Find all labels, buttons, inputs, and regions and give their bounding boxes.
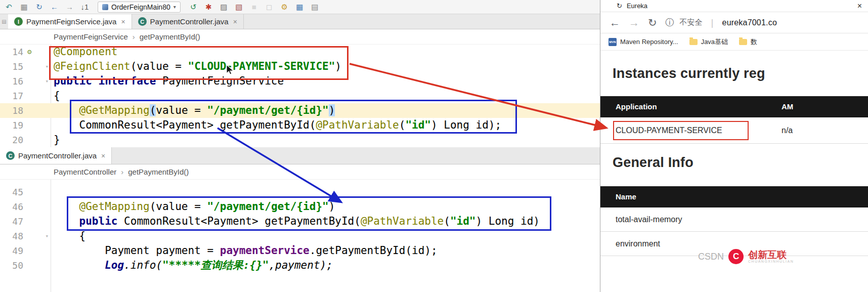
security-label: 不安全 (680, 18, 703, 27)
fold-icon[interactable]: ▾ (23, 59, 51, 74)
info-name: environment (616, 239, 660, 248)
tab-payment-controller[interactable]: C PaymentController.java × (132, 14, 244, 29)
info-name: total-avail-memory (616, 215, 682, 224)
rerun-icon[interactable]: ↺ (187, 1, 200, 14)
code-text: { (51, 89, 60, 103)
forward-icon[interactable]: → (629, 17, 639, 29)
fold-icon[interactable]: ▾ (23, 229, 51, 243)
browser-window: ↻ Eureka × ← → ↻ ⓘ 不安全 | eureka7001.co M… (600, 0, 868, 292)
site-info-icon[interactable]: ⓘ (666, 17, 674, 28)
editor-tab-bar-2: C PaymentController.java × (0, 147, 600, 164)
tab-payment-controller-split[interactable]: C PaymentController.java × (0, 147, 112, 164)
line-number: 50 (0, 258, 23, 273)
editor-payment-feign-service[interactable]: 14⚙@Component15▾@FeignClient(value = "CL… (0, 45, 600, 147)
bookmark-label: Maven Repository... (620, 38, 678, 46)
reload-icon[interactable]: ↻ (648, 17, 657, 29)
code-text: @FeignClient(value = "CLOUD-PAYMENT-SERV… (51, 59, 341, 74)
line-number: 47 (0, 214, 23, 229)
bookmark-label: Java基础 (701, 37, 728, 47)
browser-nav-bar: ← → ↻ ⓘ 不安全 | eureka7001.co (600, 12, 868, 33)
build-icon[interactable]: ⚙ (278, 1, 291, 14)
line-number: 20 (0, 133, 23, 147)
services-icon[interactable]: ▦ (293, 1, 307, 14)
code-line-18[interactable]: 18 @GetMapping(value = "/payment/get/{id… (0, 103, 600, 118)
line-number: 45 (0, 185, 23, 199)
debug-icon[interactable]: ✱ (202, 1, 215, 14)
back-icon[interactable]: ← (610, 17, 620, 29)
browser-tab-title[interactable]: Eureka (627, 2, 647, 10)
fold-icon[interactable]: ▾ (23, 74, 51, 89)
close-icon[interactable]: × (101, 152, 105, 160)
tab-payment-feign-service[interactable]: I PaymentFeignService.java × (8, 14, 132, 29)
code-line-50[interactable]: 50 Log.info("*****查询结果:{}",payment); (0, 258, 600, 273)
code-text: } (51, 133, 60, 147)
tool-window-stripe-icon[interactable]: ▤ (0, 14, 8, 29)
forward-icon[interactable]: → (63, 1, 76, 14)
undo-icon[interactable]: ↶ (2, 1, 16, 14)
code-line-19[interactable]: 19 CommonResult<Payment> getPaymentById(… (0, 118, 600, 133)
address-bar-url[interactable]: eureka7001.co (722, 18, 777, 27)
code-line-15[interactable]: 15▾@FeignClient(value = "CLOUD-PAYMENT-S… (0, 59, 600, 74)
back-icon[interactable]: ← (48, 1, 61, 14)
structure-icon[interactable]: ▤ (308, 1, 322, 14)
coverage-icon[interactable]: ▨ (217, 1, 231, 14)
instances-heading: Instances currently reg (613, 66, 765, 81)
column-application: Application (616, 102, 657, 111)
eureka-favicon-icon: ↻ (617, 2, 622, 10)
class-icon: C (6, 151, 15, 160)
bookmark-item[interactable]: 数 (739, 37, 757, 47)
breadcrumb-item-method[interactable]: getPaymentById() (140, 32, 200, 41)
gutter-gear-icon[interactable]: ⚙ (23, 45, 51, 59)
breadcrumb: PaymentFeignService › getPaymentById() (0, 29, 600, 45)
screen: ↶▦↻←→↓1 OrderFeignMain80 ▾ ↺✱▨▧■◻⚙▦▤ ▤ I… (0, 0, 868, 292)
tab-label: PaymentController.java (18, 151, 97, 160)
line-number: 14 (0, 45, 23, 59)
application-name[interactable]: CLOUD-PAYMENT-SERVICE (616, 126, 722, 135)
bookmark-item[interactable]: MVNMaven Repository... (609, 38, 678, 46)
line-number: 46 (0, 199, 23, 214)
code-line-17[interactable]: 17{ (0, 89, 600, 103)
editor-payment-controller[interactable]: 4546 @GetMapping(value = "/payment/get/{… (0, 180, 600, 292)
code-line-47[interactable]: 47 public CommonResult<Payment> getPayme… (0, 214, 600, 229)
toolbar-icons-right: ↺✱▨▧■◻⚙▦▤ (187, 1, 322, 14)
line-number: 17 (0, 89, 23, 103)
code-line-16[interactable]: 16▾public interface PaymentFeignService (0, 74, 600, 89)
code-line-14[interactable]: 14⚙@Component (0, 45, 600, 59)
bookmark-item[interactable]: Java基础 (689, 37, 728, 47)
run-config-label: OrderFeignMain80 (111, 3, 170, 11)
sync-icon[interactable]: ↻ (32, 1, 46, 14)
breadcrumb-item-method[interactable]: getPaymentById() (128, 168, 189, 176)
tab-label: PaymentController.java (150, 17, 229, 26)
code-line-20[interactable]: 20} (0, 133, 600, 147)
line-number: 19 (0, 118, 23, 133)
code-text: public CommonResult<Payment> getPaymentB… (51, 214, 540, 229)
tab-label: PaymentFeignService.java (26, 17, 116, 26)
code-line-45[interactable]: 45 (0, 185, 600, 199)
pin-icon[interactable]: ◻ (263, 1, 276, 14)
save-icon[interactable]: ▦ (17, 1, 31, 14)
gutter-spacer (23, 103, 51, 118)
gutter-spacer (23, 258, 51, 273)
code-text: @GetMapping(value = "/payment/get/{id}") (51, 103, 335, 118)
interface-icon: I (14, 17, 23, 26)
breadcrumb-item-class[interactable]: PaymentController (54, 168, 116, 176)
code-text: public interface PaymentFeignService (51, 74, 284, 89)
code-line-48[interactable]: 48▾ { (0, 229, 600, 243)
general-info-table-header: Name (600, 186, 868, 207)
gutter-spacer (23, 133, 51, 147)
window-close-icon[interactable]: × (857, 2, 862, 11)
breadcrumb-separator-icon: › (133, 32, 135, 41)
run-config-dropdown[interactable]: OrderFeignMain80 ▾ (98, 2, 181, 13)
stop-icon[interactable]: ■ (247, 1, 261, 14)
code-line-46[interactable]: 46 @GetMapping(value = "/payment/get/{id… (0, 199, 600, 214)
close-icon[interactable]: × (121, 18, 125, 26)
breadcrumb-item-class[interactable]: PaymentFeignService (54, 32, 128, 41)
url-divider: | (711, 17, 714, 28)
gutter-spacer (23, 89, 51, 103)
code-line-49[interactable]: 49 Payment payment = paymentService.getP… (0, 243, 600, 258)
profiler-icon[interactable]: ▧ (232, 1, 246, 14)
line-number: 16 (0, 74, 23, 89)
run-config-app-icon (102, 4, 108, 10)
download-source-icon[interactable]: ↓1 (78, 1, 92, 14)
close-icon[interactable]: × (233, 18, 237, 26)
